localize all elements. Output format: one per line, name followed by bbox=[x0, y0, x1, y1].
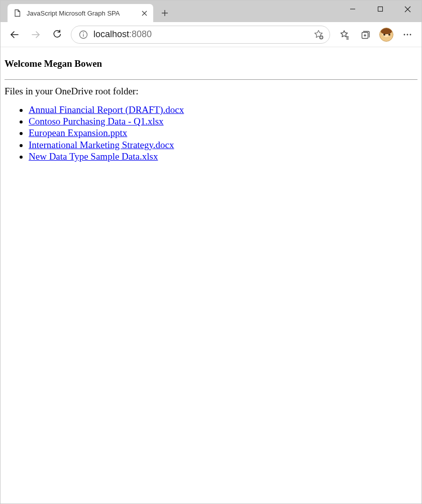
welcome-heading: Welcome Megan Bowen bbox=[5, 58, 417, 69]
file-list: Annual Financial Report (DRAFT).docx Con… bbox=[5, 104, 417, 162]
file-link[interactable]: European Expansion.pptx bbox=[29, 128, 127, 138]
browser-toolbar: localhost:8080 bbox=[1, 22, 421, 47]
url-rest: :8080 bbox=[129, 29, 152, 40]
list-item: Contoso Purchasing Data - Q1.xlsx bbox=[29, 115, 417, 127]
profile-button[interactable] bbox=[376, 25, 396, 45]
forward-button[interactable] bbox=[26, 25, 46, 45]
tab-title: JavaScript Microsoft Graph SPA bbox=[27, 10, 135, 17]
file-link[interactable]: International Marketing Strategy.docx bbox=[29, 140, 174, 150]
collections-button[interactable] bbox=[355, 25, 375, 45]
files-intro: Files in your OneDrive root folder: bbox=[5, 86, 417, 97]
settings-menu-button[interactable] bbox=[397, 25, 417, 45]
new-tab-button[interactable] bbox=[157, 6, 172, 21]
back-button[interactable] bbox=[5, 25, 25, 45]
svg-rect-5 bbox=[378, 7, 382, 12]
tab-strip: JavaScript Microsoft Graph SPA bbox=[1, 1, 172, 22]
divider bbox=[5, 79, 417, 80]
page-icon bbox=[14, 9, 22, 17]
favorites-button[interactable] bbox=[334, 25, 354, 45]
svg-point-11 bbox=[83, 32, 84, 33]
list-item: Annual Financial Report (DRAFT).docx bbox=[29, 104, 417, 115]
minimize-button[interactable] bbox=[339, 1, 366, 18]
file-link[interactable]: New Data Type Sample Data.xlsx bbox=[29, 151, 158, 162]
address-bar[interactable]: localhost:8080 bbox=[71, 26, 330, 44]
browser-tab[interactable]: JavaScript Microsoft Graph SPA bbox=[8, 4, 153, 22]
svg-point-22 bbox=[404, 34, 405, 35]
close-tab-icon[interactable] bbox=[140, 9, 148, 17]
close-window-button[interactable] bbox=[394, 1, 421, 18]
window-controls bbox=[339, 1, 421, 18]
svg-point-23 bbox=[407, 34, 408, 35]
svg-point-24 bbox=[410, 34, 411, 35]
url-host: localhost bbox=[93, 29, 129, 40]
url-text: localhost:8080 bbox=[93, 29, 306, 40]
file-link[interactable]: Annual Financial Report (DRAFT).docx bbox=[29, 104, 184, 115]
add-favorite-icon[interactable] bbox=[311, 28, 326, 42]
refresh-button[interactable] bbox=[47, 25, 67, 45]
avatar-icon bbox=[379, 28, 393, 42]
list-item: European Expansion.pptx bbox=[29, 127, 417, 139]
list-item: New Data Type Sample Data.xlsx bbox=[29, 151, 417, 162]
page-content: Welcome Megan Bowen Files in your OneDri… bbox=[1, 47, 421, 503]
maximize-button[interactable] bbox=[366, 1, 394, 18]
browser-titlebar: JavaScript Microsoft Graph SPA bbox=[1, 1, 421, 22]
site-info-icon[interactable] bbox=[78, 30, 88, 40]
list-item: International Marketing Strategy.docx bbox=[29, 139, 417, 151]
file-link[interactable]: Contoso Purchasing Data - Q1.xlsx bbox=[29, 116, 164, 127]
